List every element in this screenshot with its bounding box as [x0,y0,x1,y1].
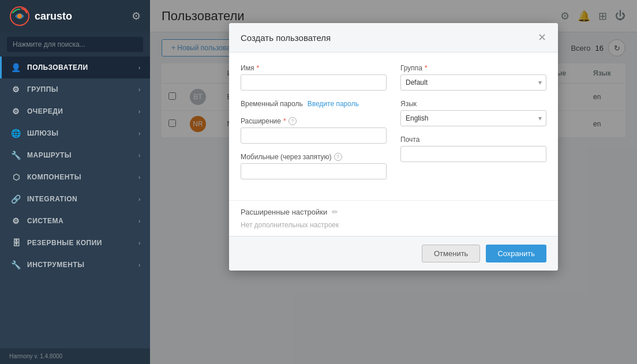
language-select[interactable]: English Русский [400,110,546,126]
chevron-right-icon: › [138,86,141,93]
queues-icon: ⚙ [11,107,21,116]
sidebar-item-routes-label: МАРШРУТЫ [27,151,72,159]
search-input[interactable] [7,37,143,52]
routes-icon: 🔧 [11,151,21,160]
sidebar-item-components-label: КОМПОНЕНТЫ [27,173,81,181]
logo-icon [9,6,30,27]
group-select-wrap: Default [400,74,546,91]
create-user-modal: Создать пользователя ✕ Имя * Временный п… [229,23,558,271]
sidebar-item-gateways-label: ШЛЮЗЫ [27,129,59,137]
modal-title: Создать пользователя [241,33,331,43]
modal-header: Создать пользователя ✕ [229,23,558,52]
language-label: Язык [400,100,546,108]
email-field-group: Почта [400,136,546,162]
chevron-right-icon: › [138,130,141,137]
sidebar-item-components[interactable]: ⬡ КОМПОНЕНТЫ › [0,166,150,188]
email-label: Почта [400,136,546,144]
enter-password-link[interactable]: Введите пароль [308,100,359,108]
edit-icon[interactable]: ✏ [332,208,338,216]
extension-field-group: Расширение * ? [241,117,387,144]
sidebar-item-queues-label: ОЧЕРЕДИ [27,107,63,115]
sidebar-item-tools-label: ИНСТРУМЕНТЫ [27,261,85,269]
sidebar-item-tools[interactable]: 🔧 ИНСТРУМЕНТЫ › [0,254,150,276]
mobile-label: Мобильные (через запятую) ? [241,153,387,161]
main-content: Пользователи ⚙ 🔔 ⊞ ⏻ + Новый пользовател… [150,0,637,364]
chevron-right-icon: › [138,239,141,246]
required-marker: * [256,64,259,72]
sidebar-nav: 👤 ПОЛЬЗОВАТЕЛИ › ⚙ ГРУППЫ › ⚙ ОЧЕРЕДИ › … [0,57,150,348]
chevron-right-icon: › [138,261,141,268]
help-icon[interactable]: ? [334,153,342,161]
sidebar-item-users-label: ПОЛЬЗОВАТЕЛИ [27,63,88,72]
settings-icon[interactable]: ⚙ [132,10,141,22]
advanced-header: Расширенные настройки ✏ [241,208,546,216]
backups-icon: 🗄 [11,238,21,247]
modal-overlay: Создать пользователя ✕ Имя * Временный п… [150,0,637,364]
email-input[interactable] [400,146,546,162]
modal-footer: Отменить Сохранить [229,236,558,271]
modal-left-col: Имя * Временный пароль Введите пароль Ра… [241,64,387,189]
groups-icon: ⚙ [11,85,21,94]
sidebar-item-gateways[interactable]: 🌐 ШЛЮЗЫ › [0,122,150,144]
advanced-section: Расширенные настройки ✏ Нет дополнительн… [229,200,558,236]
required-marker: * [283,117,286,125]
chevron-right-icon: › [138,152,141,159]
logo-text: carusto [35,10,72,22]
sidebar-item-routes[interactable]: 🔧 МАРШРУТЫ › [0,144,150,166]
name-label: Имя * [241,64,387,72]
gateways-icon: 🌐 [11,129,21,138]
sidebar-item-system-label: СИСТЕМА [27,217,63,225]
sidebar-item-groups-label: ГРУППЫ [27,85,58,93]
sidebar-item-backups[interactable]: 🗄 РЕЗЕРВНЫЕ КОПИИ › [0,232,150,254]
system-icon: ⚙ [11,216,21,226]
sidebar-item-groups[interactable]: ⚙ ГРУППЫ › [0,78,150,100]
required-marker: * [425,64,428,72]
mobile-input[interactable] [241,163,387,179]
name-field-group: Имя * [241,64,387,91]
users-icon: 👤 [11,63,21,72]
tools-icon: 🔧 [11,260,21,269]
name-input[interactable] [241,74,387,91]
temp-password-row: Временный пароль Введите пароль [241,100,387,108]
extension-input[interactable] [241,127,387,144]
svg-point-1 [17,14,22,18]
temp-password-label: Временный пароль [241,100,303,108]
group-select[interactable]: Default [400,74,546,91]
modal-body: Имя * Временный пароль Введите пароль Ра… [229,52,558,200]
integration-icon: 🔗 [11,194,21,204]
logo-area: carusto ⚙ [0,0,150,32]
save-button[interactable]: Сохранить [486,245,546,262]
sidebar: carusto ⚙ 👤 ПОЛЬЗОВАТЕЛИ › ⚙ ГРУППЫ › ⚙ … [0,0,150,364]
modal-close-button[interactable]: ✕ [538,31,546,44]
help-icon[interactable]: ? [288,117,297,125]
chevron-right-icon: › [138,108,141,115]
modal-right-col: Группа * Default Язык E [400,64,546,189]
sidebar-item-queues[interactable]: ⚙ ОЧЕРЕДИ › [0,100,150,122]
sidebar-item-backups-label: РЕЗЕРВНЫЕ КОПИИ [27,239,102,247]
no-settings-text: Нет дополнительных настроек [241,221,546,229]
chevron-right-icon: › [138,64,141,71]
advanced-title: Расширенные настройки [241,208,327,216]
language-field-group: Язык English Русский [400,100,546,126]
version-label: Harmony v. 1.4.8000 [0,348,150,364]
mobile-field-group: Мобильные (через запятую) ? [241,153,387,179]
sidebar-item-users[interactable]: 👤 ПОЛЬЗОВАТЕЛИ › [0,57,150,78]
language-select-wrap: English Русский [400,110,546,126]
chevron-right-icon: › [138,196,141,202]
sidebar-item-integration[interactable]: 🔗 INTEGRATION › [0,188,150,210]
group-label: Группа * [400,64,546,72]
chevron-right-icon: › [138,174,141,181]
extension-label: Расширение * ? [241,117,387,125]
cancel-button[interactable]: Отменить [422,245,480,262]
chevron-right-icon: › [138,217,141,224]
group-field-group: Группа * Default [400,64,546,91]
sidebar-item-integration-label: INTEGRATION [27,195,77,203]
search-area [0,32,150,57]
sidebar-item-system[interactable]: ⚙ СИСТЕМА › [0,210,150,232]
components-icon: ⬡ [11,172,21,182]
